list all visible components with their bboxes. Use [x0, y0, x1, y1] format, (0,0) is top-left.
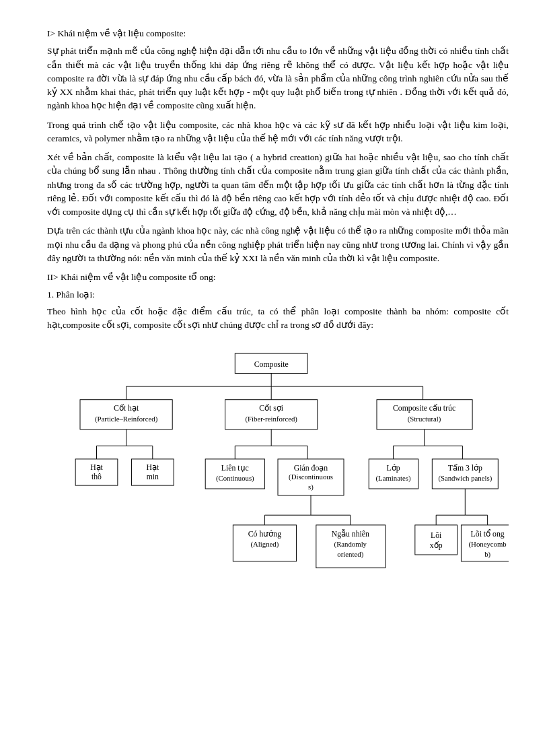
svg-text:(Sandwich panels): (Sandwich panels): [438, 474, 492, 483]
svg-text:xốp: xốp: [430, 541, 443, 550]
svg-text:Tấm 3 lớp: Tấm 3 lớp: [448, 464, 482, 473]
svg-text:Lõi tổ ong: Lõi tổ ong: [471, 529, 505, 539]
svg-text:Hạt: Hạt: [90, 463, 103, 472]
section1-title: I> Khái niệm về vật liệu composite:: [47, 27, 509, 40]
classification-text: Theo hình học của cốt hoặc đặc điểm cấu …: [47, 305, 509, 333]
section2-title: II> Khái niệm về vật liệu composite tổ o…: [47, 271, 509, 284]
svg-text:(Randomly: (Randomly: [334, 540, 367, 549]
svg-text:Composite: Composite: [254, 360, 289, 369]
para4: Dựa trên các thành tựu của ngành khoa họ…: [47, 224, 509, 265]
svg-text:Lõi: Lõi: [431, 532, 442, 541]
para2: Trong quá trình chế tạo vật liệu composi…: [47, 118, 509, 146]
svg-text:Có hướng: Có hướng: [248, 530, 281, 539]
para3: Xét về bản chất, composite là kiểu vật l…: [47, 151, 509, 219]
svg-text:s): s): [308, 483, 314, 491]
svg-text:(Discontinuous: (Discontinuous: [289, 473, 333, 481]
svg-text:Cốt hạt: Cốt hạt: [114, 404, 139, 413]
svg-text:(Aligned): (Aligned): [250, 540, 279, 549]
classification-diagram: Composite Cốt hạt (Particle–Reinforced) …: [47, 344, 509, 633]
svg-text:thô: thô: [92, 473, 102, 481]
svg-text:Ngẫu nhiên: Ngẫu nhiên: [332, 529, 369, 539]
svg-text:(Honeycomb: (Honeycomb: [469, 540, 507, 549]
para1: Sự phát triển mạnh mẽ của công nghệ hiện…: [47, 44, 509, 112]
svg-text:oriented): oriented): [337, 550, 363, 559]
svg-text:(Particle–Reinforced): (Particle–Reinforced): [95, 415, 158, 423]
svg-text:(Continuous): (Continuous): [216, 474, 254, 483]
subsection-label: 1. Phân loại:: [47, 288, 509, 302]
svg-text:(Laminates): (Laminates): [375, 474, 410, 483]
svg-text:Gián đoạn: Gián đoạn: [294, 464, 328, 473]
svg-text:Composite cấu trúc: Composite cấu trúc: [393, 404, 455, 413]
svg-text:(Structural): (Structural): [408, 415, 441, 423]
svg-text:Cốt sợi: Cốt sợi: [259, 404, 284, 413]
diagram-svg: Composite Cốt hạt (Particle–Reinforced) …: [47, 344, 509, 633]
main-content: I> Khái niệm về vật liệu composite: Sự p…: [47, 27, 509, 633]
svg-text:b): b): [484, 550, 490, 559]
svg-text:Liên tục: Liên tục: [221, 464, 249, 473]
svg-text:Hạt: Hạt: [146, 463, 159, 472]
svg-text:Lớp: Lớp: [386, 464, 400, 473]
svg-text:min: min: [147, 473, 159, 481]
svg-text:(Fiber-reinforced): (Fiber-reinforced): [245, 415, 297, 423]
